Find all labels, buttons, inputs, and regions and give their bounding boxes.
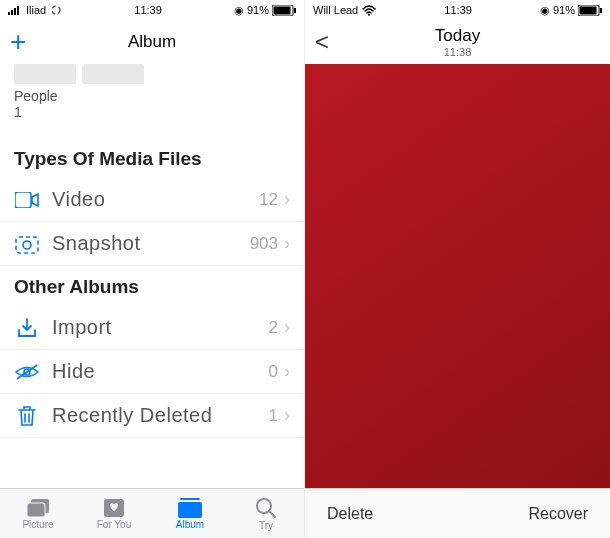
hide-icon (14, 361, 40, 383)
svg-rect-0 (8, 12, 10, 15)
status-left: Iliad (8, 4, 62, 16)
chevron-right-icon: › (284, 361, 290, 382)
carrier-label: Iliad (26, 4, 46, 16)
for-you-icon (103, 498, 125, 518)
tab-label: For You (97, 519, 131, 530)
row-label: Video (52, 188, 259, 211)
svg-rect-7 (294, 8, 296, 13)
battery-pct: 91% (247, 4, 269, 16)
album-thumb[interactable] (14, 64, 76, 84)
albums-screen: Iliad 11:39 ◉ 91% + Album People 1 Types… (0, 0, 305, 538)
signal-icon (8, 5, 22, 15)
svg-point-20 (368, 13, 370, 15)
tab-search[interactable]: Try (228, 489, 304, 538)
svg-line-19 (269, 511, 275, 517)
svg-rect-17 (178, 502, 202, 518)
chevron-right-icon: › (284, 233, 290, 254)
svg-rect-6 (274, 6, 291, 14)
status-bar-right: Will Lead 11:39 ◉ 91% (305, 0, 610, 20)
row-label: Snapshot (52, 232, 250, 255)
status-right-left: ◉ 91% (234, 4, 296, 17)
tab-label: Album (176, 519, 204, 530)
row-hide[interactable]: Hide 0 › (0, 350, 304, 394)
status-time-left: 11:39 (134, 4, 162, 16)
battery-icon (272, 5, 296, 16)
svg-point-4 (52, 6, 60, 14)
row-label: Recently Deleted (52, 404, 269, 427)
svg-rect-8 (15, 192, 31, 208)
svg-point-10 (23, 241, 31, 249)
nav-title-today: Today (435, 26, 480, 46)
back-button[interactable]: < (315, 28, 329, 56)
tab-label: Picture (22, 519, 53, 530)
row-count: 2 (269, 318, 278, 338)
tab-album[interactable]: Album (152, 489, 228, 538)
battery-pct: 91% (553, 4, 575, 16)
svg-rect-3 (17, 6, 19, 15)
status-bar-left: Iliad 11:39 ◉ 91% (0, 0, 304, 20)
tab-bar: Picture For You Album Try (0, 488, 304, 538)
row-count: 0 (269, 362, 278, 382)
row-recently-deleted[interactable]: Recently Deleted 1 › (0, 394, 304, 438)
trash-icon (14, 405, 40, 427)
photo-view[interactable] (305, 64, 610, 488)
row-import[interactable]: Import 2 › (0, 306, 304, 350)
photos-icon (26, 498, 50, 518)
nav-subtitle-time: 11:38 (444, 46, 472, 58)
svg-rect-23 (600, 8, 602, 13)
carrier-label: Will Lead (313, 4, 358, 16)
section-media-types: Types Of Media Files (0, 138, 304, 178)
battery-icon (578, 5, 602, 16)
search-icon (255, 497, 277, 519)
svg-rect-22 (580, 6, 597, 14)
tab-picture[interactable]: Picture (0, 489, 76, 538)
status-left-r: Will Lead (313, 4, 376, 16)
recover-button[interactable]: Recover (528, 505, 588, 523)
delete-button[interactable]: Delete (327, 505, 373, 523)
svg-rect-2 (14, 8, 16, 15)
thumb-row (0, 64, 304, 88)
people-count: 1 (0, 104, 304, 138)
deleted-photo-screen: Will Lead 11:39 ◉ 91% < Today 11:38 Dele… (305, 0, 610, 538)
nav-title: Album (128, 32, 176, 52)
chevron-right-icon: › (284, 405, 290, 426)
row-video[interactable]: Video 12 › (0, 178, 304, 222)
status-time-right: 11:39 (444, 4, 472, 16)
row-count: 903 (250, 234, 278, 254)
wifi-icon (362, 5, 376, 16)
import-icon (14, 317, 40, 339)
svg-rect-9 (16, 237, 38, 253)
section-other-albums: Other Albums (0, 266, 304, 306)
people-label: People (0, 88, 304, 104)
svg-rect-14 (27, 503, 45, 517)
video-icon (14, 189, 40, 211)
screenshot-icon (14, 233, 40, 255)
nav-title-wrap: Today 11:38 (435, 26, 480, 58)
chevron-right-icon: › (284, 189, 290, 210)
albums-content: People 1 Types Of Media Files Video 12 ›… (0, 64, 304, 488)
svg-rect-16 (180, 498, 200, 500)
row-count: 1 (269, 406, 278, 426)
bottom-action-bar: Delete Recover (305, 488, 610, 538)
row-label: Hide (52, 360, 269, 383)
svg-rect-1 (11, 10, 13, 15)
row-snapshot[interactable]: Snapshot 903 › (0, 222, 304, 266)
tab-label: Try (259, 520, 273, 531)
add-button[interactable]: + (10, 26, 26, 58)
albums-icon (178, 498, 202, 518)
loading-icon (50, 4, 62, 16)
nav-bar-photo: < Today 11:38 (305, 20, 610, 64)
row-label: Import (52, 316, 269, 339)
row-count: 12 (259, 190, 278, 210)
chevron-right-icon: › (284, 317, 290, 338)
nav-bar-albums: + Album (0, 20, 304, 64)
status-right-r: ◉ 91% (540, 4, 602, 17)
tab-for-you[interactable]: For You (76, 489, 152, 538)
album-thumb[interactable] (82, 64, 144, 84)
